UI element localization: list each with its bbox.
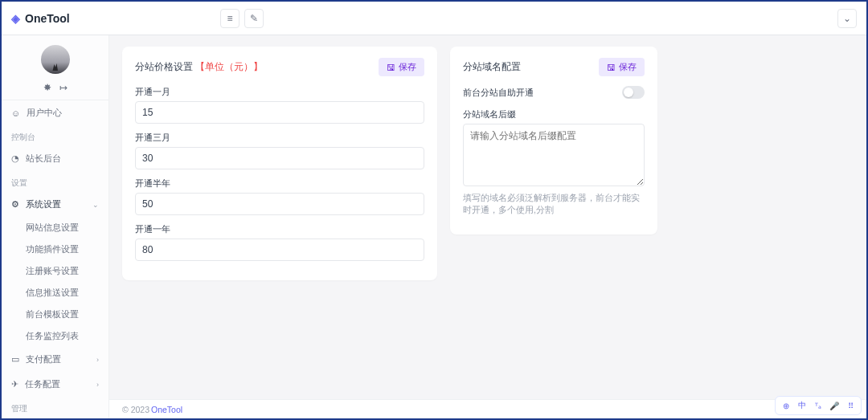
card-domain-settings: 分站域名配置 🖫 保存 前台分站自助开通 分站域名后缀 填写的域名必须泛解析到服…: [450, 47, 657, 234]
input-month3[interactable]: [135, 147, 424, 169]
user-icon: ☺: [11, 108, 20, 118]
sidebar: ✸ ↦ ☺ 用户中心 控制台 ◔ 站长后台 设置 ⚙ 系统设置 ⌄ 网站信息设置…: [2, 35, 109, 418]
chevron-right-icon: ›: [96, 356, 99, 364]
sidebar-item-label: 站长后台: [26, 153, 61, 165]
brand[interactable]: ◈ OneTool: [11, 12, 108, 25]
sidebar-sub-plugin[interactable]: 功能插件设置: [2, 239, 108, 260]
label-month3: 开通三月: [135, 132, 424, 144]
save-icon: 🖫: [607, 63, 616, 72]
brand-text: OneTool: [25, 12, 70, 25]
clock-icon: ◔: [11, 153, 19, 164]
brand-icon: ◈: [11, 12, 20, 25]
lang-button[interactable]: 中: [795, 398, 809, 413]
sidebar-item-data-manage[interactable]: ⫍ 数据管理: [2, 418, 108, 418]
card-icon: ▭: [11, 354, 19, 365]
sidebar-profile: ✸ ↦: [2, 35, 108, 100]
sidebar-sub-push[interactable]: 信息推送设置: [2, 282, 108, 304]
sidebar-sub-template[interactable]: 前台模板设置: [2, 304, 108, 325]
topbar-right: ⌄: [837, 9, 857, 28]
input-year[interactable]: [135, 239, 424, 261]
topbar-actions: ≡ ✎: [220, 9, 264, 28]
sidebar-heading-settings: 设置: [2, 171, 108, 192]
footer: © 2023 OneTool: [109, 399, 866, 418]
label-year: 开通一年: [135, 223, 424, 235]
sidebar-item-label: 系统设置: [26, 198, 61, 210]
card-price-settings: 分站价格设置 【单位（元）】 🖫 保存 开通一月 开通三月 开通半年: [122, 47, 437, 280]
unit-badge: 【单位（元）】: [195, 61, 263, 72]
logout-icon[interactable]: ↦: [59, 82, 68, 93]
card-domain-title: 分站域名配置: [463, 60, 521, 74]
sidebar-sub-task-monitor[interactable]: 任务监控列表: [2, 325, 108, 347]
float-tools: ⊕ 中 ᵀₐ 🎤 ⠿: [775, 396, 862, 415]
chevron-right-icon: ›: [96, 381, 99, 389]
topbar: ◈ OneTool ≡ ✎ ⌄: [2, 2, 866, 35]
sidebar-sub-site-info[interactable]: 网站信息设置: [2, 217, 108, 239]
chevron-down-icon: ⌄: [92, 201, 99, 209]
sidebar-item-label: 用户中心: [27, 107, 62, 119]
toggle-label: 前台分站自助开通: [463, 87, 534, 99]
sidebar-heading-console: 控制台: [2, 125, 108, 146]
input-halfyear[interactable]: [135, 193, 424, 215]
chat-icon[interactable]: ⊕: [779, 398, 793, 413]
sidebar-item-label: 任务配置: [25, 378, 60, 390]
card-price-title: 分站价格设置 【单位（元）】: [135, 60, 263, 74]
label-halfyear: 开通半年: [135, 177, 424, 190]
avatar[interactable]: [41, 45, 70, 74]
footer-link[interactable]: OneTool: [151, 405, 182, 414]
dropdown-button[interactable]: ⌄: [837, 9, 857, 28]
menu-toggle-button[interactable]: ≡: [220, 9, 240, 28]
sidebar-item-label: 支付配置: [26, 353, 61, 365]
textarea-suffix[interactable]: [463, 124, 645, 186]
main-content: 分站价格设置 【单位（元）】 🖫 保存 开通一月 开通三月 开通半年: [109, 35, 866, 418]
sidebar-item-console[interactable]: ◔ 站长后台: [2, 146, 108, 171]
sidebar-item-system-settings[interactable]: ⚙ 系统设置 ⌄: [2, 192, 108, 217]
translate-icon[interactable]: ᵀₐ: [811, 398, 825, 413]
sidebar-heading-manage: 管理: [2, 397, 108, 418]
sidebar-item-task-config[interactable]: ✈ 任务配置 ›: [2, 372, 108, 397]
suffix-hint: 填写的域名必须泛解析到服务器，前台才能实时开通，多个使用,分割: [463, 192, 645, 215]
input-month1[interactable]: [135, 101, 424, 124]
mic-icon[interactable]: 🎤: [827, 398, 841, 413]
save-price-button[interactable]: 🖫 保存: [379, 58, 424, 76]
save-domain-button[interactable]: 🖫 保存: [599, 58, 645, 76]
label-suffix: 分站域名后缀: [463, 108, 645, 120]
sidebar-item-user-center[interactable]: ☺ 用户中心: [2, 100, 108, 125]
task-icon: ✈: [11, 379, 18, 389]
flame-icon[interactable]: ✸: [43, 82, 51, 93]
save-icon: 🖫: [387, 63, 395, 72]
grid-icon[interactable]: ⠿: [843, 398, 858, 413]
label-month1: 开通一月: [135, 86, 424, 98]
sidebar-sub-register[interactable]: 注册账号设置: [2, 260, 108, 282]
theme-toggle-button[interactable]: ✎: [244, 9, 264, 28]
sidebar-item-pay-config[interactable]: ▭ 支付配置 ›: [2, 347, 108, 372]
gear-icon: ⚙: [11, 199, 19, 210]
self-open-toggle[interactable]: [622, 86, 645, 99]
